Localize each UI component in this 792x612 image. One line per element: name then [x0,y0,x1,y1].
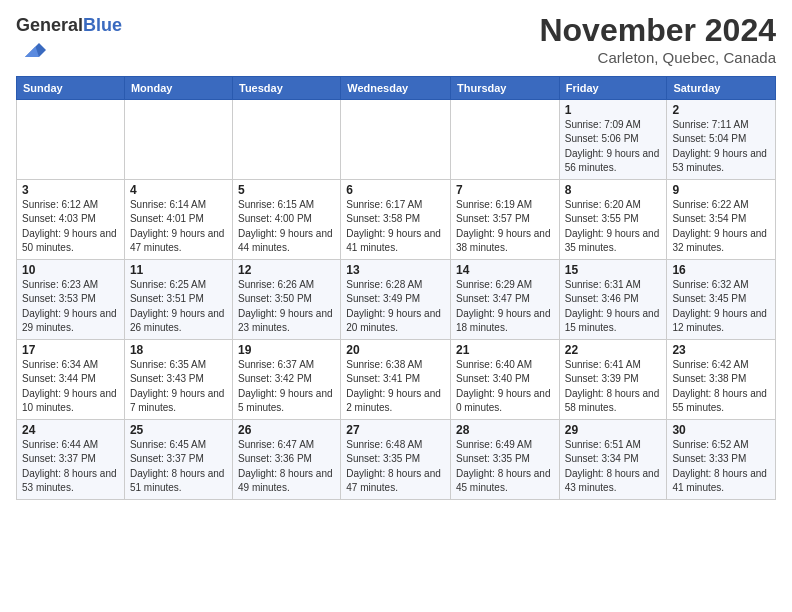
day-cell: 21Sunrise: 6:40 AMSunset: 3:40 PMDayligh… [450,339,559,419]
day-number: 23 [672,343,770,357]
logo-icon [18,36,46,64]
day-cell: 1Sunrise: 7:09 AMSunset: 5:06 PMDaylight… [559,99,667,179]
day-detail: Sunrise: 6:31 AMSunset: 3:46 PMDaylight:… [565,278,662,336]
day-cell: 19Sunrise: 6:37 AMSunset: 3:42 PMDayligh… [233,339,341,419]
day-cell: 6Sunrise: 6:17 AMSunset: 3:58 PMDaylight… [341,179,451,259]
day-detail: Sunrise: 6:20 AMSunset: 3:55 PMDaylight:… [565,198,662,256]
day-number: 16 [672,263,770,277]
col-header-saturday: Saturday [667,76,776,99]
day-number: 15 [565,263,662,277]
day-detail: Sunrise: 6:51 AMSunset: 3:34 PMDaylight:… [565,438,662,496]
col-header-sunday: Sunday [17,76,125,99]
day-number: 27 [346,423,445,437]
day-cell: 2Sunrise: 7:11 AMSunset: 5:04 PMDaylight… [667,99,776,179]
day-detail: Sunrise: 6:25 AMSunset: 3:51 PMDaylight:… [130,278,227,336]
day-number: 26 [238,423,335,437]
day-detail: Sunrise: 6:19 AMSunset: 3:57 PMDaylight:… [456,198,554,256]
day-cell: 11Sunrise: 6:25 AMSunset: 3:51 PMDayligh… [124,259,232,339]
header: GeneralBlue November 2024 Carleton, Queb… [16,12,776,68]
col-header-tuesday: Tuesday [233,76,341,99]
title-area: November 2024 Carleton, Quebec, Canada [539,12,776,66]
day-cell: 18Sunrise: 6:35 AMSunset: 3:43 PMDayligh… [124,339,232,419]
day-number: 1 [565,103,662,117]
day-detail: Sunrise: 6:49 AMSunset: 3:35 PMDaylight:… [456,438,554,496]
day-cell: 8Sunrise: 6:20 AMSunset: 3:55 PMDaylight… [559,179,667,259]
day-cell [124,99,232,179]
sub-title: Carleton, Quebec, Canada [539,49,776,66]
week-row-4: 17Sunrise: 6:34 AMSunset: 3:44 PMDayligh… [17,339,776,419]
day-number: 2 [672,103,770,117]
day-detail: Sunrise: 6:48 AMSunset: 3:35 PMDaylight:… [346,438,445,496]
day-number: 28 [456,423,554,437]
day-cell: 20Sunrise: 6:38 AMSunset: 3:41 PMDayligh… [341,339,451,419]
day-number: 20 [346,343,445,357]
col-header-wednesday: Wednesday [341,76,451,99]
week-row-5: 24Sunrise: 6:44 AMSunset: 3:37 PMDayligh… [17,419,776,499]
day-cell: 15Sunrise: 6:31 AMSunset: 3:46 PMDayligh… [559,259,667,339]
day-cell [17,99,125,179]
day-cell: 4Sunrise: 6:14 AMSunset: 4:01 PMDaylight… [124,179,232,259]
day-cell: 25Sunrise: 6:45 AMSunset: 3:37 PMDayligh… [124,419,232,499]
day-detail: Sunrise: 6:37 AMSunset: 3:42 PMDaylight:… [238,358,335,416]
day-number: 14 [456,263,554,277]
day-detail: Sunrise: 6:23 AMSunset: 3:53 PMDaylight:… [22,278,119,336]
week-row-1: 1Sunrise: 7:09 AMSunset: 5:06 PMDaylight… [17,99,776,179]
day-cell: 3Sunrise: 6:12 AMSunset: 4:03 PMDaylight… [17,179,125,259]
day-cell [341,99,451,179]
day-detail: Sunrise: 6:12 AMSunset: 4:03 PMDaylight:… [22,198,119,256]
day-cell: 10Sunrise: 6:23 AMSunset: 3:53 PMDayligh… [17,259,125,339]
day-detail: Sunrise: 7:11 AMSunset: 5:04 PMDaylight:… [672,118,770,176]
day-number: 29 [565,423,662,437]
day-number: 13 [346,263,445,277]
day-detail: Sunrise: 6:47 AMSunset: 3:36 PMDaylight:… [238,438,335,496]
day-number: 8 [565,183,662,197]
col-header-monday: Monday [124,76,232,99]
logo-blue: Blue [83,15,122,35]
day-detail: Sunrise: 6:22 AMSunset: 3:54 PMDaylight:… [672,198,770,256]
day-cell [450,99,559,179]
week-row-3: 10Sunrise: 6:23 AMSunset: 3:53 PMDayligh… [17,259,776,339]
day-detail: Sunrise: 6:52 AMSunset: 3:33 PMDaylight:… [672,438,770,496]
page: GeneralBlue November 2024 Carleton, Queb… [0,0,792,612]
day-cell: 9Sunrise: 6:22 AMSunset: 3:54 PMDaylight… [667,179,776,259]
day-number: 18 [130,343,227,357]
day-detail: Sunrise: 6:29 AMSunset: 3:47 PMDaylight:… [456,278,554,336]
day-cell: 22Sunrise: 6:41 AMSunset: 3:39 PMDayligh… [559,339,667,419]
day-cell: 14Sunrise: 6:29 AMSunset: 3:47 PMDayligh… [450,259,559,339]
day-number: 6 [346,183,445,197]
day-detail: Sunrise: 6:45 AMSunset: 3:37 PMDaylight:… [130,438,227,496]
day-cell: 23Sunrise: 6:42 AMSunset: 3:38 PMDayligh… [667,339,776,419]
calendar-table: SundayMondayTuesdayWednesdayThursdayFrid… [16,76,776,500]
day-cell: 7Sunrise: 6:19 AMSunset: 3:57 PMDaylight… [450,179,559,259]
day-detail: Sunrise: 6:14 AMSunset: 4:01 PMDaylight:… [130,198,227,256]
day-number: 21 [456,343,554,357]
day-number: 12 [238,263,335,277]
day-number: 10 [22,263,119,277]
day-cell: 27Sunrise: 6:48 AMSunset: 3:35 PMDayligh… [341,419,451,499]
day-detail: Sunrise: 6:44 AMSunset: 3:37 PMDaylight:… [22,438,119,496]
day-detail: Sunrise: 6:17 AMSunset: 3:58 PMDaylight:… [346,198,445,256]
col-header-thursday: Thursday [450,76,559,99]
day-detail: Sunrise: 6:42 AMSunset: 3:38 PMDaylight:… [672,358,770,416]
day-cell: 29Sunrise: 6:51 AMSunset: 3:34 PMDayligh… [559,419,667,499]
day-number: 7 [456,183,554,197]
week-row-2: 3Sunrise: 6:12 AMSunset: 4:03 PMDaylight… [17,179,776,259]
day-number: 17 [22,343,119,357]
day-number: 3 [22,183,119,197]
day-number: 11 [130,263,227,277]
day-detail: Sunrise: 6:38 AMSunset: 3:41 PMDaylight:… [346,358,445,416]
day-detail: Sunrise: 6:35 AMSunset: 3:43 PMDaylight:… [130,358,227,416]
main-title: November 2024 [539,12,776,49]
day-number: 9 [672,183,770,197]
logo-text: GeneralBlue [16,16,122,36]
day-detail: Sunrise: 6:40 AMSunset: 3:40 PMDaylight:… [456,358,554,416]
day-number: 22 [565,343,662,357]
day-number: 4 [130,183,227,197]
col-header-friday: Friday [559,76,667,99]
day-number: 19 [238,343,335,357]
day-cell: 17Sunrise: 6:34 AMSunset: 3:44 PMDayligh… [17,339,125,419]
day-number: 24 [22,423,119,437]
day-cell: 12Sunrise: 6:26 AMSunset: 3:50 PMDayligh… [233,259,341,339]
day-cell: 28Sunrise: 6:49 AMSunset: 3:35 PMDayligh… [450,419,559,499]
day-cell: 13Sunrise: 6:28 AMSunset: 3:49 PMDayligh… [341,259,451,339]
